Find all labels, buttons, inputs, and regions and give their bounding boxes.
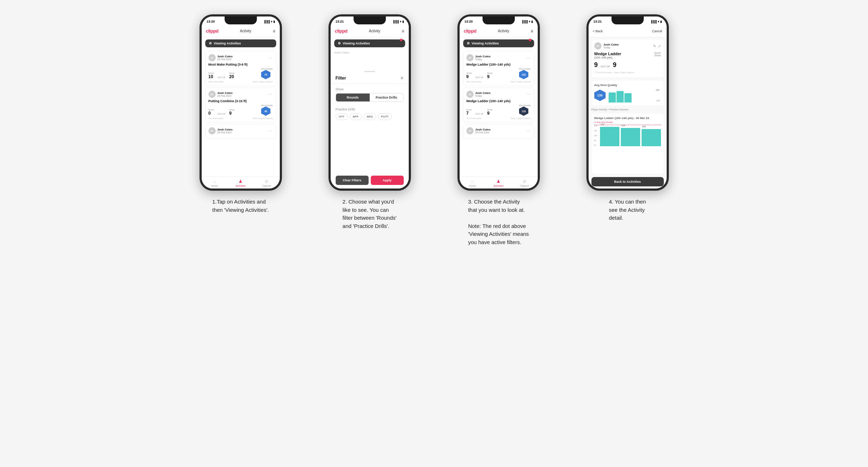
step-1-caption: 1.Tap on Activities and then 'Viewing Ac… <box>212 198 269 214</box>
viewing-activities-label-1: Viewing Activities <box>214 42 241 45</box>
show-label: Show <box>336 87 404 91</box>
score-label-4: Score <box>654 52 661 54</box>
user-info-1-1: Josh Coles 28 Feb 2023 <box>217 55 269 61</box>
stat-block-score-1-2: Score 0 <box>208 109 214 116</box>
detail-avatar: JC <box>594 42 601 49</box>
status-time-2: 13:21 <box>336 20 344 23</box>
back-btn-4[interactable]: < Back <box>593 29 603 33</box>
activity-card-3-3[interactable]: JC Josh Coles 28 Feb 2023 ··· <box>463 124 534 139</box>
app-header-title-1: Activity <box>240 29 251 33</box>
app-header-1: clippd Activity ≡ <box>202 25 280 37</box>
viewing-activities-label-3: Viewing Activities <box>472 42 499 45</box>
nav-activities-3[interactable]: ♟ Activities <box>485 179 512 187</box>
detail-main-card: JC Josh Coles Today ✎ ⤢ <box>591 39 664 77</box>
edit-icon-4[interactable]: ✎ <box>653 44 656 48</box>
info-row-1-1: Test Information Data: Clippd Capture <box>208 81 273 83</box>
practice-drills-toggle-btn[interactable]: Practice Drills <box>370 94 403 101</box>
back-to-activities-btn[interactable]: Back to Activities <box>591 177 664 186</box>
activity-card-3-1[interactable]: JC Josh Coles Today ··· Wedge Ladder (10… <box>463 51 534 86</box>
menu-icon-3[interactable]: ≡ <box>531 29 533 34</box>
activity-card-1-2[interactable]: JC Josh Coles 28 Feb 2023 ··· Putting Co… <box>205 87 276 123</box>
rounds-toggle-btn[interactable]: Rounds <box>336 94 370 101</box>
caption-2-line2: like to see. You can <box>342 207 389 213</box>
app-logo-2: clippd <box>335 28 347 34</box>
phone-4: 13:21 ▐▐▐ ▾ ▮ < Back Cancel <box>586 14 669 191</box>
viewing-activities-btn-1[interactable]: ⚙ Viewing Activities <box>205 39 276 47</box>
pill-app[interactable]: APP <box>350 113 362 120</box>
caption-4-line1: 4. You can then <box>609 199 646 205</box>
phone-frame-3: 13:20 ▐▐▐ ▾ ▮ clippd Activity ≡ ⚙ <box>457 14 540 191</box>
signal-icon-2: ▐▐▐ <box>392 20 398 23</box>
shots-value-1-1: 20 <box>229 74 235 79</box>
nav-activities-label-1: Activities <box>236 185 246 187</box>
page-container: 13:20 ▐▐▐ ▾ ▮ clippd Activity ≡ ⚙ <box>183 14 685 246</box>
pill-arg[interactable]: ARG <box>364 113 376 120</box>
app-logo-3: clippd <box>464 28 476 34</box>
nav-capture-label-1: Capture <box>262 185 271 187</box>
bottom-nav-3: ⌂ Home ♟ Activities ⊕ Capture <box>460 176 538 189</box>
three-dots-1-1[interactable]: ··· <box>269 56 273 60</box>
modal-title: Filter <box>336 76 346 81</box>
step-2-container: 13:21 ▐▐▐ ▾ ▮ clippd Activity ≡ ⚙ <box>312 14 427 230</box>
caption-2-line1: 2. Choose what you'd <box>342 199 394 205</box>
phone-notch-4 <box>612 16 644 24</box>
clear-filters-btn[interactable]: Clear Filters <box>336 176 369 185</box>
activity-card-1-1[interactable]: JC Josh Coles 28 Feb 2023 ··· Must Make … <box>205 51 276 86</box>
nav-capture-3[interactable]: ⊕ Capture <box>512 179 538 187</box>
phone-screen-4: 13:21 ▐▐▐ ▾ ▮ < Back Cancel <box>589 16 667 189</box>
nav-home-3[interactable]: ⌂ Home <box>460 179 486 187</box>
three-dots-1-2[interactable]: ··· <box>269 92 273 96</box>
filter-modal: Filter ✕ Show Rounds Practice Drills Pra… <box>331 68 409 189</box>
status-icons-4: ▐▐▐ ▾ ▮ <box>650 20 661 23</box>
pill-ott[interactable]: OTT <box>336 113 348 120</box>
user-date-1-2: 28 Feb 2023 <box>217 95 269 97</box>
modal-close-btn[interactable]: ✕ <box>400 76 404 81</box>
caption-1-line1: 1.Tap on Activities and <box>212 199 265 205</box>
nav-capture-1[interactable]: ⊕ Capture <box>254 179 280 187</box>
shots-label-4: Shots <box>654 54 661 57</box>
apply-btn[interactable]: Apply <box>371 176 404 185</box>
red-dot-3 <box>529 39 531 41</box>
nav-activities-1[interactable]: ♟ Activities <box>227 179 254 187</box>
activity-card-1-3[interactable]: JC Josh Coles 28 Feb 2023 ··· <box>205 124 276 139</box>
activity-card-3-2[interactable]: JC Josh Coles Today ··· Wedge Ladder (10… <box>463 87 534 123</box>
expand-icon-4[interactable]: ⤢ <box>658 44 661 48</box>
activities-icon-3: ♟ <box>497 179 500 184</box>
bottom-nav-1: ⌂ Home ♟ Activities ⊕ Capture <box>202 176 280 189</box>
dashed-line-4 <box>594 125 661 125</box>
caption-1-line2: then 'Viewing Activities'. <box>212 207 269 213</box>
pill-putt[interactable]: PUTT <box>378 113 392 120</box>
data-source-1-1: Data: Clippd Capture <box>253 81 273 83</box>
battery-icon-2: ▮ <box>402 20 404 23</box>
score-value-1-1: 10 <box>208 74 214 79</box>
mini-bar-chart-4: 130 APP <box>609 88 661 103</box>
phone-notch-2 <box>354 16 386 24</box>
detail-drill-title: Wedge Ladder <box>594 52 622 56</box>
caption-4-line2: see the Activity <box>609 207 645 213</box>
detail-outof: OUT OF <box>601 65 610 68</box>
battery-icon-1: ▮ <box>273 20 275 23</box>
bar-1-4: 132 <box>600 127 619 146</box>
app-header-2: clippd Activity ≡ <box>331 25 409 37</box>
caption-3-line1: 3. Choose the Activity <box>468 199 520 205</box>
status-time-1: 13:20 <box>207 20 215 23</box>
phone-screen-2: 13:21 ▐▐▐ ▾ ▮ clippd Activity ≡ ⚙ <box>331 16 409 189</box>
stats-row-1-2: Score 0 OUT OF Shots 9 Shot Quality <box>208 104 273 116</box>
menu-icon-1[interactable]: ≡ <box>273 29 275 34</box>
cancel-btn-4[interactable]: Cancel <box>652 29 662 33</box>
modal-header: Filter ✕ <box>331 74 409 84</box>
viewing-activities-btn-2[interactable]: ⚙ Viewing Activities <box>334 39 405 47</box>
caption-3-line4: Note: The red dot above <box>468 223 526 229</box>
nav-home-1[interactable]: ⌂ Home <box>202 179 228 187</box>
drill-chart-section: Wedge Ladder (100–140 yds) - 06 Mar 23 •… <box>591 114 664 173</box>
phone-notch-3 <box>483 16 515 24</box>
caption-2-line4: and 'Practice Drills'. <box>342 223 389 229</box>
menu-icon-2[interactable]: ≡ <box>402 29 404 34</box>
app-header-3: clippd Activity ≡ <box>460 25 538 37</box>
avg-shot-quality-section: Avg Shot Quality 130 130 <box>591 81 664 105</box>
stats-row-1-1: Score 10 OUT OF Shots 20 Shot Quality <box>208 68 273 79</box>
detail-user-name: Josh Coles <box>604 43 619 46</box>
activity-scroll-3: JC Josh Coles Today ··· Wedge Ladder (10… <box>460 49 538 176</box>
phone-1: 13:20 ▐▐▐ ▾ ▮ clippd Activity ≡ ⚙ <box>200 14 282 191</box>
viewing-activities-btn-3[interactable]: ⚙ Viewing Activities <box>463 39 534 47</box>
